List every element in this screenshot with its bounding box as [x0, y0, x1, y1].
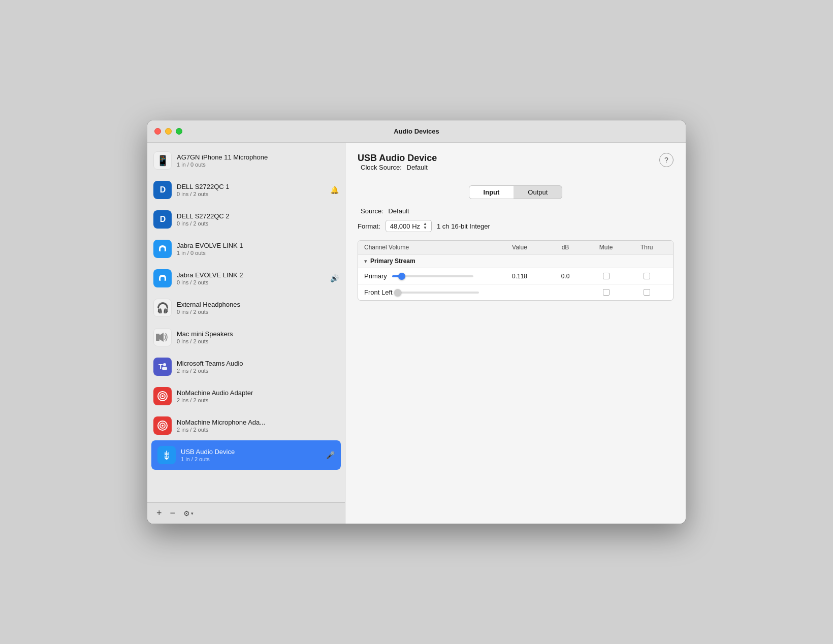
table-header: Channel Volume Value dB Mute Thru: [358, 241, 673, 254]
settings-button[interactable]: ⚙ ▾: [180, 507, 197, 520]
device-info-teams: Microsoft Teams Audio 2 ins / 2 outs: [177, 360, 339, 374]
content-area: 📱 AG7GN iPhone 11 Microphone 1 in / 0 ou…: [147, 143, 686, 524]
device-name-dell1: DELL S2722QC 1: [177, 183, 330, 190]
device-item-dell2[interactable]: D DELL S2722QC 2 0 ins / 2 outs: [147, 205, 345, 234]
window-title: Audio Devices: [394, 127, 439, 135]
device-sub-iphone-mic: 1 in / 0 outs: [177, 162, 339, 168]
sidebar-toolbar: + − ⚙ ▾: [147, 502, 345, 524]
svg-marker-1: [159, 333, 164, 342]
tab-input[interactable]: Input: [469, 186, 514, 199]
device-item-jabra2[interactable]: Jabra EVOLVE LINK 2 0 ins / 2 outs 🔊: [147, 264, 345, 293]
thru-cell-0: [626, 273, 667, 279]
device-sub-nomachine2: 2 ins / 2 outs: [177, 427, 339, 433]
channel-db-0: 0.0: [545, 273, 586, 280]
device-item-iphone-mic[interactable]: 📱 AG7GN iPhone 11 Microphone 1 in / 0 ou…: [147, 146, 345, 175]
device-name-nomachine2: NoMachine Microphone Ada...: [177, 418, 339, 426]
format-select[interactable]: 48,000 Hz ▲ ▼: [386, 220, 432, 232]
traffic-lights: [154, 128, 182, 135]
tab-output[interactable]: Output: [514, 186, 562, 199]
device-sub-usb-audio: 1 in / 2 outs: [181, 456, 326, 462]
device-name-iphone-mic: AG7GN iPhone 11 Microphone: [177, 153, 339, 161]
add-device-button[interactable]: +: [153, 506, 165, 521]
maximize-button[interactable]: [176, 128, 182, 135]
device-name-jabra2: Jabra EVOLVE LINK 2: [177, 271, 330, 279]
device-title: USB Audio Device: [358, 153, 437, 164]
svg-point-3: [163, 363, 166, 366]
device-icon-jabra1: [153, 240, 172, 258]
device-item-nomachine1[interactable]: NoMachine Audio Adapter 2 ins / 2 outs: [147, 381, 345, 411]
col-thru: Thru: [626, 244, 667, 251]
thru-checkbox-0[interactable]: [644, 273, 650, 279]
help-button[interactable]: ?: [659, 153, 674, 167]
device-icon-ext-headphones: 🎧: [153, 299, 172, 317]
minimize-button[interactable]: [165, 128, 172, 135]
mute-cell-1: [586, 289, 626, 296]
primary-stream-row: ▾ Primary Stream: [358, 254, 673, 268]
mute-checkbox-0[interactable]: [603, 273, 610, 279]
format-row: Format: 48,000 Hz ▲ ▼ 1 ch 16-bit Intege…: [358, 220, 674, 232]
channel-table: Channel Volume Value dB Mute Thru ▾ Prim…: [358, 240, 674, 301]
device-name-ext-headphones: External Headphones: [177, 301, 339, 308]
svg-point-11: [166, 458, 168, 460]
device-name-dell2: DELL S2722QC 2: [177, 212, 339, 220]
format-label: Format:: [358, 222, 380, 230]
device-info-jabra2: Jabra EVOLVE LINK 2 0 ins / 2 outs: [177, 271, 330, 285]
device-icon-nomachine2: [153, 416, 172, 435]
device-name-mac-speakers: Mac mini Speakers: [177, 330, 339, 338]
slider-track-0[interactable]: [392, 275, 473, 277]
device-item-dell1[interactable]: D DELL S2722QC 1 0 ins / 2 outs 🔔: [147, 175, 345, 205]
device-info-nomachine2: NoMachine Microphone Ada... 2 ins / 2 ou…: [177, 418, 339, 433]
channel-value-0: 0.118: [494, 273, 545, 280]
speaker-icon: 🔊: [330, 274, 339, 282]
device-item-nomachine2[interactable]: NoMachine Microphone Ada... 2 ins / 2 ou…: [147, 411, 345, 440]
device-icon-iphone-mic: 📱: [153, 151, 172, 170]
device-icon-nomachine1: [153, 387, 172, 405]
device-item-mac-speakers[interactable]: Mac mini Speakers 0 ins / 2 outs: [147, 323, 345, 352]
device-info-ext-headphones: External Headphones 0 ins / 2 outs: [177, 301, 339, 315]
device-list: 📱 AG7GN iPhone 11 Microphone 1 in / 0 ou…: [147, 143, 345, 502]
device-icon-dell2: D: [153, 210, 172, 229]
device-info-mac-speakers: Mac mini Speakers 0 ins / 2 outs: [177, 330, 339, 344]
device-sub-jabra2: 0 ins / 2 outs: [177, 279, 330, 285]
detail-header: USB Audio Device Clock Source: Default ?: [358, 153, 674, 179]
device-icon-teams: T: [153, 358, 172, 376]
tab-group: Input Output: [469, 185, 563, 199]
source-value: Default: [388, 207, 409, 215]
detail-panel: USB Audio Device Clock Source: Default ?…: [345, 143, 686, 524]
collapse-button[interactable]: ▾: [364, 258, 367, 265]
device-name-teams: Microsoft Teams Audio: [177, 360, 339, 367]
slider-track-1[interactable]: [398, 292, 479, 294]
col-db: dB: [545, 244, 586, 251]
mute-checkbox-1[interactable]: [603, 289, 610, 296]
device-sub-dell1: 0 ins / 2 outs: [177, 191, 330, 197]
device-sub-nomachine1: 2 ins / 2 outs: [177, 397, 339, 403]
source-row: Source: Default: [358, 207, 674, 215]
device-item-jabra1[interactable]: Jabra EVOLVE LINK 1 1 in / 0 outs: [147, 234, 345, 264]
channel-row-1: Front Left: [358, 284, 673, 300]
device-item-teams[interactable]: T Microsoft Teams Audio 2 ins / 2 outs: [147, 352, 345, 381]
device-sub-jabra1: 1 in / 0 outs: [177, 250, 339, 256]
remove-device-button[interactable]: −: [167, 506, 179, 521]
device-item-usb-audio[interactable]: USB Audio Device 1 in / 2 outs 🎤: [151, 440, 341, 470]
device-name-jabra1: Jabra EVOLVE LINK 1: [177, 242, 339, 249]
svg-rect-0: [156, 334, 159, 341]
thru-checkbox-1[interactable]: [644, 289, 650, 296]
device-info-nomachine1: NoMachine Audio Adapter 2 ins / 2 outs: [177, 389, 339, 403]
svg-point-7: [162, 395, 164, 397]
main-window: Audio Devices 📱 AG7GN iPhone 11 Micropho…: [147, 120, 686, 524]
svg-rect-4: [162, 367, 167, 370]
device-info-usb-audio: USB Audio Device 1 in / 2 outs: [181, 448, 326, 462]
source-label: Source:: [361, 207, 383, 215]
col-channel-volume: Channel Volume: [364, 244, 494, 251]
close-button[interactable]: [154, 128, 161, 135]
device-name-nomachine1: NoMachine Audio Adapter: [177, 389, 339, 397]
col-value: Value: [494, 244, 545, 251]
format-info: 1 ch 16-bit Integer: [437, 222, 490, 230]
device-item-ext-headphones[interactable]: 🎧 External Headphones 0 ins / 2 outs: [147, 293, 345, 323]
channel-row-0: Primary 0.118 0.0: [358, 268, 673, 284]
col-mute: Mute: [586, 244, 626, 251]
channel-rows-container: Primary 0.118 0.0 Front Left: [358, 268, 673, 300]
device-sub-mac-speakers: 0 ins / 2 outs: [177, 338, 339, 344]
device-sub-dell2: 0 ins / 2 outs: [177, 220, 339, 227]
clock-source-value: Default: [407, 164, 428, 171]
